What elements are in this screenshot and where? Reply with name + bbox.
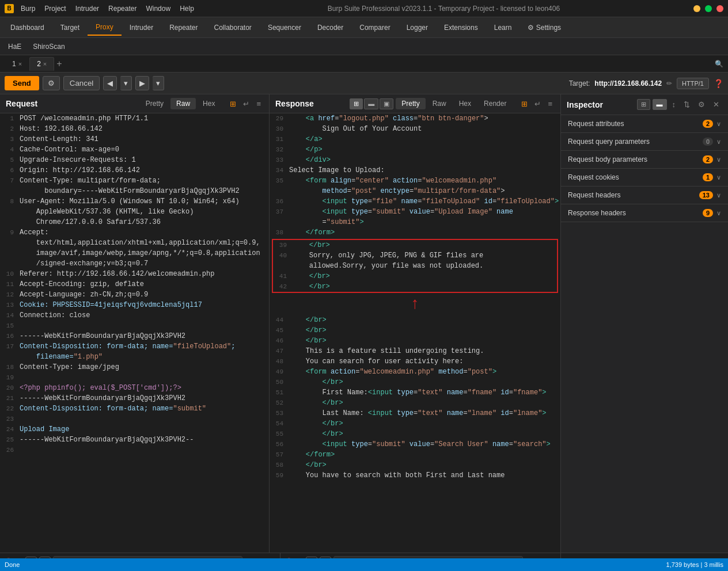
view-btn-1[interactable]: ⊞: [350, 98, 363, 109]
nav-decoder[interactable]: Decoder: [309, 20, 351, 35]
req-line-22: 22 Content-Disposition: form-data; name=…: [0, 403, 269, 414]
nav-forward-arrow[interactable]: ▾: [153, 76, 164, 90]
response-tab-hex[interactable]: Hex: [453, 98, 477, 109]
subnav-hae[interactable]: HaE: [2, 40, 27, 53]
view-btn-2[interactable]: ▬: [364, 98, 378, 109]
request-tab-raw[interactable]: Raw: [170, 98, 196, 109]
inspector-response-headers-header[interactable]: Response headers 9 ∨: [561, 204, 728, 222]
send-button[interactable]: Send: [5, 76, 39, 90]
request-panel: Request Pretty Raw Hex ⊞ ↵ ≡ 1 POST /wel…: [0, 94, 270, 553]
req-line-10: 10 Referer: http://192.168.66.142/welcom…: [0, 269, 269, 279]
resp-line-38: 38 </form>: [270, 227, 560, 238]
close-button[interactable]: [716, 5, 723, 12]
response-format-icon[interactable]: ⊞: [519, 98, 530, 109]
nav-back-arrow[interactable]: ▾: [120, 76, 132, 90]
tab-2[interactable]: 2 ×: [29, 57, 54, 71]
nav-bar: Dashboard Target Proxy Intruder Repeater…: [0, 17, 728, 38]
tab-search-icon[interactable]: 🔍: [715, 60, 723, 68]
add-tab-button[interactable]: +: [56, 59, 62, 69]
request-tab-pretty[interactable]: Pretty: [140, 98, 169, 109]
tab-1[interactable]: 1 ×: [5, 57, 29, 71]
inspector-view-2[interactable]: ▬: [653, 99, 667, 110]
request-panel-icons: ⊞ ↵ ≡: [227, 98, 263, 109]
target-url: http://192.168.66.142: [594, 79, 662, 87]
inspector-request-attributes-label: Request attributes: [568, 120, 624, 128]
nav-extensions[interactable]: Extensions: [436, 20, 486, 35]
inspector-request-attributes-header[interactable]: Request attributes 2 ∨: [561, 115, 728, 132]
nav-forward-button[interactable]: ▶: [135, 76, 149, 90]
inspector-request-headers-label: Request headers: [568, 191, 620, 199]
inspector-request-query-chevron: ∨: [716, 138, 721, 146]
inspector-request-query: Request query parameters 0 ∨: [561, 133, 728, 151]
inspector-request-cookies-count: 1: [703, 173, 713, 181]
response-tab-render[interactable]: Render: [478, 98, 512, 109]
target-info: Target: http://192.168.66.142 ✏ HTTP/1 ❓: [569, 78, 723, 89]
nav-dashboard[interactable]: Dashboard: [2, 20, 52, 35]
toolbar-help-icon[interactable]: ❓: [714, 79, 723, 88]
minimize-button[interactable]: [693, 5, 700, 12]
request-format-icon[interactable]: ⊞: [227, 98, 238, 109]
inspector-request-headers-header[interactable]: Request headers 13 ∨: [561, 186, 728, 204]
req-line-8: 8 User-Agent: Mozilla/5.0 (Windows NT 10…: [0, 196, 269, 227]
req-line-23: 23: [0, 414, 269, 424]
inspector-controls: ⊞ ▬ ↕ ⇅ ⚙ ✕: [637, 99, 723, 110]
resp-line-59: 59 You have to search with both First an…: [270, 470, 560, 481]
target-label: Target:: [569, 79, 590, 87]
resp-line-41: 41 </br>: [273, 271, 557, 281]
menu-repeater[interactable]: Repeater: [108, 5, 136, 13]
nav-target[interactable]: Target: [52, 20, 88, 35]
edit-target-icon[interactable]: ✏: [666, 79, 672, 87]
inspector-close-btn[interactable]: ✕: [710, 99, 722, 110]
menu-burp[interactable]: Burp: [21, 5, 35, 13]
menu-help[interactable]: Help: [180, 5, 194, 13]
resp-line-34: 34 Select Image to Upload:: [270, 165, 560, 176]
response-wrap-icon[interactable]: ↵: [532, 98, 543, 109]
tab-2-close[interactable]: ×: [43, 60, 47, 67]
response-more-icon[interactable]: ≡: [545, 98, 555, 109]
inspector-expand-btn[interactable]: ⇅: [681, 99, 693, 110]
menu-project[interactable]: Project: [44, 5, 66, 13]
red-arrow-container: ↑: [270, 294, 560, 315]
inspector-collapse-btn[interactable]: ↕: [669, 99, 679, 110]
request-wrap-icon[interactable]: ↵: [241, 98, 252, 109]
response-tab-raw[interactable]: Raw: [427, 98, 452, 109]
resp-line-33: 33 </div>: [270, 155, 560, 165]
menu-intruder[interactable]: Intruder: [75, 5, 99, 13]
inspector-request-attributes: Request attributes 2 ∨: [561, 115, 728, 133]
menu-window[interactable]: Window: [146, 5, 170, 13]
inspector-request-query-label: Request query parameters: [568, 138, 650, 146]
inspector-request-query-count: 0: [703, 138, 713, 146]
request-tab-hex[interactable]: Hex: [197, 98, 221, 109]
resp-line-57: 57 </form>: [270, 450, 560, 460]
nav-learn[interactable]: Learn: [486, 20, 520, 35]
status-bar: Done 1,739 bytes | 3 millis: [0, 558, 728, 571]
inspector-view-1[interactable]: ⊞: [637, 99, 650, 110]
http-version-badge[interactable]: HTTP/1: [677, 78, 709, 89]
view-btn-3[interactable]: ▣: [380, 98, 393, 109]
req-line-19: 19: [0, 372, 269, 383]
app-title: Burp Suite Professional v2023.1.1 - Temp…: [328, 5, 560, 13]
send-options-button[interactable]: ⚙: [43, 76, 60, 90]
nav-intruder[interactable]: Intruder: [122, 20, 161, 35]
inspector-response-headers-label: Response headers: [568, 209, 626, 217]
red-arrow-icon: ↑: [410, 296, 420, 313]
nav-repeater[interactable]: Repeater: [161, 20, 206, 35]
response-tab-pretty[interactable]: Pretty: [396, 98, 425, 109]
nav-proxy[interactable]: Proxy: [88, 20, 122, 36]
nav-logger[interactable]: Logger: [399, 20, 436, 35]
nav-comparer[interactable]: Comparer: [351, 20, 398, 35]
request-more-icon[interactable]: ≡: [254, 98, 263, 109]
cancel-button[interactable]: Cancel: [63, 76, 100, 90]
nav-sequencer[interactable]: Sequencer: [260, 20, 309, 35]
nav-collaborator[interactable]: Collaborator: [206, 20, 260, 35]
inspector-request-body-header[interactable]: Request body parameters 2 ∨: [561, 151, 728, 168]
inspector-gear-btn[interactable]: ⚙: [695, 99, 708, 110]
nav-back-button[interactable]: ◀: [103, 76, 117, 90]
subnav-shiroscan[interactable]: ShiroScan: [27, 40, 70, 53]
inspector-request-cookies-header[interactable]: Request cookies 1 ∨: [561, 169, 728, 186]
maximize-button[interactable]: [705, 5, 712, 12]
nav-settings[interactable]: ⚙ Settings: [520, 20, 569, 35]
tab-1-close[interactable]: ×: [18, 60, 22, 67]
inspector-request-query-header[interactable]: Request query parameters 0 ∨: [561, 133, 728, 150]
resp-line-46: 46 </br>: [270, 336, 560, 346]
